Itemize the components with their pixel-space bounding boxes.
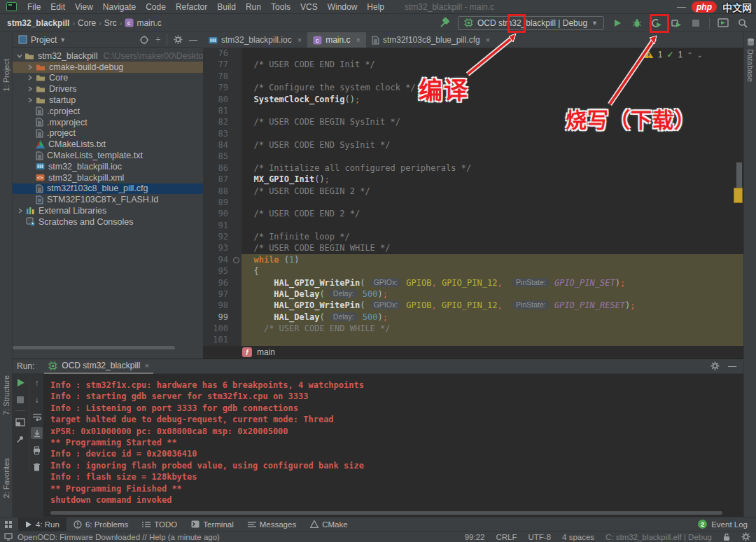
console-horizontal-scrollbar[interactable] xyxy=(50,511,722,515)
rerun-button[interactable] xyxy=(15,377,27,389)
pin-tab-icon[interactable] xyxy=(15,433,27,445)
highlighting-gear-icon[interactable] xyxy=(741,532,750,541)
settings-gear-icon[interactable] xyxy=(710,361,720,371)
code-line-77[interactable]: 77 /* USER CODE END Init */ xyxy=(203,59,743,70)
tree-item--mxproject[interactable]: .mxproject xyxy=(13,117,203,128)
tree-collapse-icon[interactable] xyxy=(27,75,34,81)
next-issue-icon[interactable]: ⌄ xyxy=(697,51,703,59)
menu-navigate[interactable]: Navigate xyxy=(98,2,141,12)
breadcrumb-item[interactable]: Src xyxy=(104,18,117,28)
soft-wrap-icon[interactable] xyxy=(31,410,43,422)
code-line-96[interactable]: 96 HAL_GPIO_WritePin( GPIOx: GPIOB, GPIO… xyxy=(203,277,743,289)
code-line-85[interactable]: 85 xyxy=(203,151,743,162)
tree-item-scratches-and-consoles[interactable]: Scratches and Consoles xyxy=(13,216,203,228)
tree-item--cproject[interactable]: .cproject xyxy=(13,106,203,117)
minimize-button[interactable]: — xyxy=(677,1,686,12)
code-line-89[interactable]: 89 xyxy=(203,197,743,208)
code-line-86[interactable]: 86 /* Initialize all configured peripher… xyxy=(203,162,743,174)
search-everywhere-icon[interactable] xyxy=(736,17,749,29)
tool-strip-favorites[interactable]: 2: Favorites xyxy=(2,458,10,498)
code-line-95[interactable]: 95 { xyxy=(203,265,743,277)
breadcrumb-item[interactable]: main.c xyxy=(136,18,161,28)
breadcrumb-function-name[interactable]: main xyxy=(257,347,275,357)
scroll-to-end-icon[interactable] xyxy=(31,427,43,439)
profiler-button[interactable] xyxy=(670,17,682,29)
hide-panel-icon[interactable]: — xyxy=(189,35,197,45)
project-horizontal-scrollbar[interactable] xyxy=(13,346,175,349)
toolwindow-tab-todo[interactable]: TODO xyxy=(135,517,184,531)
tree-item-stm32-blackpill-xml[interactable]: <>stm32_blackpill.xml xyxy=(13,172,203,183)
code-line-90[interactable]: 90 /* USER CODE END 2 */ xyxy=(203,208,743,219)
menu-tools[interactable]: Tools xyxy=(266,2,295,12)
menu-window[interactable]: Window xyxy=(323,2,363,12)
toolwindow-tab-messages[interactable]: Messages xyxy=(241,517,303,531)
project-panel-title[interactable]: Project xyxy=(31,35,57,45)
build-hammer-icon[interactable] xyxy=(438,17,451,29)
code-line-94[interactable]: 94 while (1) xyxy=(203,254,743,265)
close-icon[interactable]: × xyxy=(144,361,148,370)
code-line-99[interactable]: 99 HAL_Delay( Delay: 500); xyxy=(203,312,743,323)
collapse-all-icon[interactable]: ÷ xyxy=(155,35,160,45)
tree-collapse-icon[interactable] xyxy=(27,97,34,103)
menu-file[interactable]: File xyxy=(22,2,46,12)
indent-setting[interactable]: 4 spaces xyxy=(562,533,594,541)
menu-code[interactable]: Code xyxy=(141,2,171,12)
tree-item-core[interactable]: Core xyxy=(13,73,203,84)
scrollbar-warning-marker[interactable] xyxy=(734,188,743,203)
tool-window-switcher-icon[interactable] xyxy=(4,520,13,529)
status-message[interactable]: OpenOCD: Firmware Downloaded // Help (a … xyxy=(18,533,220,541)
resolve-context[interactable]: C: stm32_blackpill.elf | Debug xyxy=(606,533,712,541)
editor-tab-stm32-blackpill-ioc[interactable]: stm32_blackpill.ioc× xyxy=(203,32,307,48)
tree-item-drivers[interactable]: Drivers xyxy=(13,83,203,95)
code-line-101[interactable]: 101 xyxy=(203,334,743,345)
tree-expand-icon[interactable] xyxy=(17,53,22,59)
toolwindow-tab-4-run[interactable]: 4: Run xyxy=(18,517,66,531)
hide-panel-icon[interactable]: — xyxy=(728,361,736,371)
close-icon[interactable]: × xyxy=(298,36,302,44)
code-line-88[interactable]: 88 /* USER CODE BEGIN 2 */ xyxy=(203,186,743,197)
tree-item-startup[interactable]: startup xyxy=(13,95,203,106)
tree-item-stm32-blackpill[interactable]: stm32_blackpillC:\Users\maker00\Desktop\… xyxy=(13,50,203,62)
close-icon[interactable]: × xyxy=(486,36,490,44)
code-line-84[interactable]: 84 /* USER CODE END SysInit */ xyxy=(203,139,743,151)
tree-item-stm32f103c8tx-flash-ld[interactable]: STM32F103C8Tx_FLASH.ld xyxy=(13,194,203,205)
up-stack-trace-icon[interactable]: ↑ xyxy=(31,377,43,389)
run-anything-icon[interactable] xyxy=(717,17,729,29)
tree-collapse-icon[interactable] xyxy=(27,64,34,70)
code-line-100[interactable]: 100 /* USER CODE END WHILE */ xyxy=(203,323,743,334)
toolwindow-tab-terminal[interactable]: Terminal xyxy=(184,517,240,531)
tree-item-cmakelists-template-txt[interactable]: CMakeLists_template.txt xyxy=(13,150,203,161)
menu-vcs[interactable]: VCS xyxy=(295,2,323,12)
code-editor[interactable]: 7677 /* USER CODE END Init */7879 /* Con… xyxy=(203,48,743,346)
locate-file-icon[interactable] xyxy=(139,35,149,45)
toolwindow-tab-cmake[interactable]: CMake xyxy=(303,517,354,531)
debug-button[interactable] xyxy=(631,17,643,29)
tree-item-cmakelists-txt[interactable]: CMakeLists.txt xyxy=(13,139,203,150)
code-line-98[interactable]: 98 HAL_GPIO_WritePin( GPIOx: GPIOB, GPIO… xyxy=(203,300,743,311)
close-icon[interactable]: × xyxy=(356,36,360,44)
tool-strip-project[interactable]: 1: Project xyxy=(2,59,10,91)
run-configuration-select[interactable]: OCD stm32_blackpill | Debug ▼ xyxy=(458,16,604,30)
tree-item-stm32-blackpill-ioc[interactable]: stm32_blackpill.ioc xyxy=(13,161,203,172)
restore-layout-icon[interactable] xyxy=(15,416,27,428)
toolwindow-tab-6-problems[interactable]: 6: Problems xyxy=(66,517,135,531)
clear-console-icon[interactable] xyxy=(31,461,43,473)
tool-strip-structure[interactable]: 7: Structure xyxy=(2,375,10,415)
settings-gear-icon[interactable] xyxy=(174,35,183,44)
tree-collapse-icon[interactable] xyxy=(27,86,34,92)
lock-icon[interactable] xyxy=(723,533,730,541)
menu-help[interactable]: Help xyxy=(362,2,389,12)
caret-position[interactable]: 99:22 xyxy=(465,533,485,541)
menu-run[interactable]: Run xyxy=(241,2,266,12)
down-stack-trace-icon[interactable]: ↓ xyxy=(31,394,43,405)
code-line-91[interactable]: 91 xyxy=(203,220,743,231)
code-line-97[interactable]: 97 HAL_Delay( Delay: 500); xyxy=(203,289,743,300)
editor-tab-stm32f103c8-blue-pill-cfg[interactable]: stm32f103c8_blue_pill.cfg× xyxy=(366,32,496,48)
tool-strip-database[interactable]: Database xyxy=(746,49,755,82)
run-button[interactable] xyxy=(611,17,624,29)
line-separator[interactable]: CRLF xyxy=(496,533,517,541)
code-line-78[interactable]: 78 xyxy=(203,71,743,82)
menu-build[interactable]: Build xyxy=(212,2,241,12)
tree-item-stm32f103c8-blue-pill-cfg[interactable]: stm32f103c8_blue_pill.cfg xyxy=(13,183,203,195)
prev-issue-icon[interactable]: ⌃ xyxy=(687,51,692,59)
